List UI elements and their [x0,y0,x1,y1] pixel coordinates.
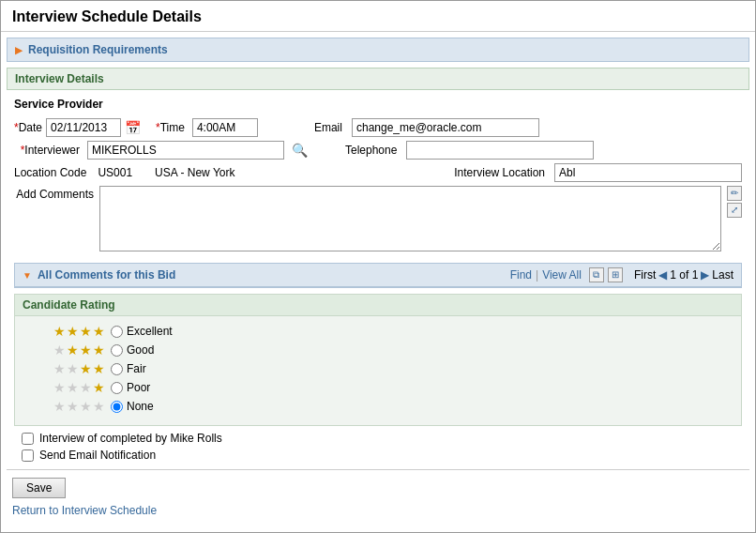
checkbox-section: Interview of completed by Mike Rolls Sen… [14,432,742,462]
email-section: Email [314,118,539,137]
all-comments-header: ▼ All Comments for this Bid Find | View … [15,264,741,287]
requisition-section-header[interactable]: ▶ Requisition Requirements [7,38,749,62]
date-time-email-row: *Date 📅 *Time Email [7,118,749,137]
star-empty5: ★ [67,380,79,395]
next-arrow-icon[interactable]: ▶ [701,268,709,282]
telephone-label: Telephone [345,144,397,157]
nav-controls: First ◀ 1 of 1 ▶ Last [634,268,733,282]
interview-location-section: Interview Location [454,163,742,182]
telephone-input[interactable] [406,141,594,160]
view-all-link[interactable]: View All [542,268,582,282]
new-window-icon[interactable]: ⧉ [589,267,604,282]
star2: ★ [67,324,79,339]
star-empty2: ★ [53,361,66,376]
find-link[interactable]: Find [510,268,532,282]
star-empty4: ★ [53,380,66,395]
star-empty9: ★ [80,399,92,414]
email-label: Email [314,121,342,134]
star-empty6: ★ [80,380,92,395]
radio-none-label: None [127,400,154,413]
prev-arrow-icon[interactable]: ◀ [658,268,667,282]
date-input[interactable] [46,118,121,137]
interview-completed-label[interactable]: Interview of completed by Mike Rolls [39,432,222,445]
interviewer-section: *Interviewer 🔍 [14,141,308,160]
star-filled3: ★ [93,343,105,358]
radio-good-input[interactable] [111,344,123,357]
star-empty8: ★ [67,399,79,414]
page-wrapper: Interview Schedule Details ▶ Requisition… [0,0,756,533]
radio-poor[interactable]: Poor [111,381,150,394]
service-provider-label: Service Provider [7,94,749,114]
interviewer-required-star: * [21,144,25,157]
stars-excellent: ★ ★ ★ ★ [30,324,105,339]
interview-location-input[interactable] [554,163,742,182]
expand-icon[interactable]: ⤢ [727,203,742,218]
interview-location-label: Interview Location [454,166,545,179]
candidate-rating-box: Candidate Rating ★ ★ ★ ★ Excellent ★ [14,294,742,426]
rating-rows: ★ ★ ★ ★ Excellent ★ ★ ★ ★ [15,316,741,425]
radio-poor-input[interactable] [111,382,123,394]
star-filled2: ★ [80,343,92,358]
date-required-star: * [14,121,19,134]
send-email-label[interactable]: Send Email Notification [39,449,156,462]
stars-fair: ★ ★ ★ ★ [30,361,105,376]
location-code-value: US001 [98,166,132,179]
radio-excellent-label: Excellent [127,325,173,338]
edit-icon[interactable]: ✏ [727,186,742,201]
all-comments-section: ▼ All Comments for this Bid Find | View … [14,263,742,288]
all-comments-collapse-icon[interactable]: ▼ [23,270,32,281]
radio-poor-label: Poor [127,381,150,394]
save-button[interactable]: Save [12,478,66,498]
calendar-icon[interactable]: 📅 [125,120,141,135]
last-label: Last [712,268,733,282]
star3: ★ [80,324,92,339]
all-comments-title: All Comments for this Bid [38,268,175,282]
rating-row-fair: ★ ★ ★ ★ Fair [30,361,726,376]
send-email-row: Send Email Notification [14,449,742,462]
radio-good[interactable]: Good [111,343,154,357]
star-empty7: ★ [53,399,66,414]
interviewer-input[interactable] [87,141,284,160]
return-link[interactable]: Return to Interview Schedule [12,504,749,517]
interviewer-telephone-row: *Interviewer 🔍 Telephone [7,141,749,160]
radio-none-input[interactable] [111,401,123,413]
requisition-section-label: Requisition Requirements [28,43,168,56]
radio-excellent[interactable]: Excellent [111,325,173,338]
interview-completed-checkbox[interactable] [22,433,34,445]
comments-icons: ✏ ⤢ [727,186,742,218]
time-label: *Time [156,121,185,134]
comments-textarea[interactable] [99,186,721,251]
stars-poor: ★ ★ ★ ★ [30,380,105,395]
stars-none: ★ ★ ★ ★ [30,399,105,414]
grid-icon[interactable]: ⊞ [608,267,623,282]
interview-details-label: Interview Details [15,72,104,85]
star-empty10: ★ [93,399,105,414]
radio-excellent-input[interactable] [111,326,123,338]
location-text: USA - New York [155,166,234,179]
telephone-section: Telephone [345,141,594,160]
radio-none[interactable]: None [111,400,154,413]
time-required-star: * [156,121,160,134]
date-label: *Date [14,121,42,134]
radio-fair-input[interactable] [111,363,123,375]
search-icon[interactable]: 🔍 [292,143,308,158]
star-filled5: ★ [93,361,105,376]
radio-good-label: Good [127,343,154,357]
send-email-checkbox[interactable] [22,449,34,462]
star1: ★ [53,324,66,339]
location-row: Location Code US001 USA - New York Inter… [7,163,749,182]
interview-completed-row: Interview of completed by Mike Rolls [14,432,742,445]
form-area: *Date 📅 *Time Email [7,114,749,259]
interview-details-header: Interview Details [7,68,749,90]
rating-row-none: ★ ★ ★ ★ None [30,399,726,414]
radio-fair[interactable]: Fair [111,362,146,375]
time-input[interactable] [192,118,258,137]
first-label: First [634,268,656,282]
interviewer-label: *Interviewer [14,144,80,157]
email-input[interactable] [352,118,539,137]
star-filled1: ★ [67,343,79,358]
requisition-arrow-icon: ▶ [15,45,23,55]
candidate-rating-header: Candidate Rating [15,295,741,316]
star-filled4: ★ [80,361,92,376]
page-title: Interview Schedule Details [1,1,755,32]
